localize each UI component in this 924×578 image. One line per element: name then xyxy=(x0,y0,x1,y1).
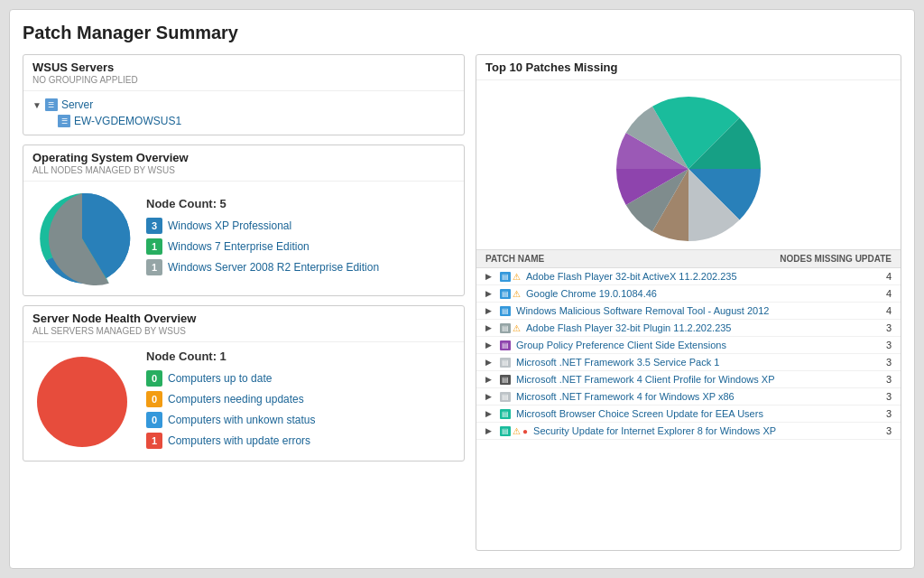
os-legend-label-2: Windows Server 2008 R2 Enterprise Editio… xyxy=(168,261,379,274)
health-badge-2: 0 xyxy=(146,412,162,428)
patch-type-icon-1: ▤ xyxy=(500,289,511,299)
right-column: Top 10 Patches Missing xyxy=(476,54,901,551)
os-legend-item-2[interactable]: 1 Windows Server 2008 R2 Enterprise Edit… xyxy=(146,259,455,275)
patch-icons-3: ▤⚠ xyxy=(500,323,521,333)
left-column: WSUS Servers NO GROUPING APPLIED ▼ ☰ Ser… xyxy=(23,54,465,551)
health-legend-item-1[interactable]: 0 Computers needing updates xyxy=(146,391,455,407)
health-header: Server Node Health Overview ALL SERVERS … xyxy=(23,306,464,342)
health-label-0: Computers up to date xyxy=(168,372,272,385)
health-title: Server Node Health Overview xyxy=(32,312,455,325)
patch-row-9[interactable]: ▶ ▤⚠● Security Update for Internet Explo… xyxy=(476,423,901,440)
health-subtitle: ALL SERVERS MANAGED BY WSUS xyxy=(32,326,455,336)
patches-panel: Top 10 Patches Missing xyxy=(476,54,901,551)
patch-icons-2: ▤ xyxy=(500,306,511,316)
patch-arrow-9: ▶ xyxy=(485,426,494,435)
patch-row-4[interactable]: ▶ ▤ Group Policy Preference Client Side … xyxy=(476,337,901,354)
patch-count-8: 3 xyxy=(873,408,892,419)
patch-name-6: Microsoft .NET Framework 4 Client Profil… xyxy=(516,374,868,385)
patch-row-3[interactable]: ▶ ▤⚠ Adobe Flash Player 32-bit Plugin 11… xyxy=(476,320,901,337)
os-legend-item-0[interactable]: 3 Windows XP Professional xyxy=(146,218,455,234)
os-node-count: Node Count: 5 xyxy=(146,197,455,210)
patch-count-6: 3 xyxy=(873,374,892,385)
health-badge-1: 0 xyxy=(146,391,162,407)
patches-title: Top 10 Patches Missing xyxy=(485,61,892,74)
wsus-header: WSUS Servers NO GROUPING APPLIED xyxy=(23,55,464,91)
health-label-3: Computers with update errors xyxy=(168,434,310,447)
patch-count-1: 4 xyxy=(873,288,892,299)
health-label-2: Computers with unkown status xyxy=(168,414,315,426)
patch-name-3: Adobe Flash Player 32-bit Plugin 11.2.20… xyxy=(526,322,868,333)
page-title: Patch Manager Summary xyxy=(23,23,901,43)
os-legend-items: 3 Windows XP Professional 1 Windows 7 En… xyxy=(146,218,455,275)
patch-arrow-3: ▶ xyxy=(485,323,494,332)
health-legend-items: 0 Computers up to date 0 Computers needi… xyxy=(146,370,455,449)
patch-count-3: 3 xyxy=(873,322,892,333)
health-legend-item-2[interactable]: 0 Computers with unkown status xyxy=(146,412,455,428)
health-node-count: Node Count: 1 xyxy=(146,350,455,363)
patch-icons-7: ▤ xyxy=(500,392,511,402)
patch-icons-8: ▤ xyxy=(500,409,511,419)
patch-count-5: 3 xyxy=(873,357,892,368)
os-title: Operating System Overview xyxy=(32,151,455,164)
patch-type-icon-4: ▤ xyxy=(500,340,511,350)
patch-type-icon-2: ▤ xyxy=(500,306,511,316)
patch-type-icon-5: ▤ xyxy=(500,358,511,368)
patch-type-icon-0: ▤ xyxy=(500,272,511,282)
health-panel: Server Node Health Overview ALL SERVERS … xyxy=(23,305,465,461)
os-subtitle: ALL NODES MANAGED BY WSUS xyxy=(32,165,455,175)
error-icon-9: ● xyxy=(522,426,528,436)
patch-arrow-7: ▶ xyxy=(485,392,494,401)
patch-name-7: Microsoft .NET Framework 4 for Windows X… xyxy=(516,391,868,402)
col-nodes-missing: NODES MISSING UPDATE xyxy=(780,254,892,264)
patch-count-9: 3 xyxy=(873,425,892,436)
col-patch-name: PATCH NAME xyxy=(485,254,544,264)
server-child-item: ☰ EW-VGDEMOWSUS1 xyxy=(58,113,455,129)
wsus-subtitle: NO GROUPING APPLIED xyxy=(32,75,455,85)
patch-type-icon-7: ▤ xyxy=(500,392,511,402)
patch-name-0: Adobe Flash Player 32-bit ActiveX 11.2.2… xyxy=(526,271,868,282)
warning-icon-0: ⚠ xyxy=(513,272,521,282)
health-badge-0: 0 xyxy=(146,370,162,387)
server-child-label: EW-VGDEMOWSUS1 xyxy=(74,115,181,127)
warning-icon-3: ⚠ xyxy=(513,323,521,333)
health-legend-item-0[interactable]: 0 Computers up to date xyxy=(146,370,455,387)
os-legend-label-1: Windows 7 Enterprise Edition xyxy=(168,240,310,253)
patch-row-2[interactable]: ▶ ▤ Windows Malicious Software Removal T… xyxy=(476,303,901,320)
patch-arrow-1: ▶ xyxy=(485,289,494,298)
patch-row-5[interactable]: ▶ ▤ Microsoft .NET Framework 3.5 Service… xyxy=(476,354,901,371)
patch-arrow-5: ▶ xyxy=(485,358,494,367)
wsus-panel: WSUS Servers NO GROUPING APPLIED ▼ ☰ Ser… xyxy=(23,54,465,135)
os-panel: Operating System Overview ALL NODES MANA… xyxy=(23,144,465,296)
patch-count-0: 4 xyxy=(873,271,892,282)
two-column-layout: WSUS Servers NO GROUPING APPLIED ▼ ☰ Ser… xyxy=(23,54,901,551)
patch-row-8[interactable]: ▶ ▤ Microsoft Browser Choice Screen Upda… xyxy=(476,406,901,423)
patch-icons-6: ▤ xyxy=(500,375,511,385)
patch-row-6[interactable]: ▶ ▤ Microsoft .NET Framework 4 Client Pr… xyxy=(476,371,901,388)
health-legend-item-3[interactable]: 1 Computers with update errors xyxy=(146,433,455,449)
server-child[interactable]: ☰ EW-VGDEMOWSUS1 xyxy=(58,113,455,129)
os-pie-chart xyxy=(32,189,132,288)
patch-type-icon-8: ▤ xyxy=(500,409,511,419)
patch-type-icon-9: ▤ xyxy=(500,426,511,436)
patch-name-1: Google Chrome 19.0.1084.46 xyxy=(526,288,868,299)
server-label: Server xyxy=(61,98,93,111)
patch-row-1[interactable]: ▶ ▤⚠ Google Chrome 19.0.1084.46 4 xyxy=(476,285,901,303)
patch-name-8: Microsoft Browser Choice Screen Update f… xyxy=(516,408,868,419)
patch-name-4: Group Policy Preference Client Side Exte… xyxy=(516,340,868,350)
patch-icons-5: ▤ xyxy=(500,358,511,368)
patch-arrow-8: ▶ xyxy=(485,409,494,418)
patch-count-2: 4 xyxy=(873,305,892,316)
patch-arrow-0: ▶ xyxy=(485,272,494,281)
health-badge-3: 1 xyxy=(146,433,162,449)
patch-row-7[interactable]: ▶ ▤ Microsoft .NET Framework 4 for Windo… xyxy=(476,388,901,406)
patch-row-0[interactable]: ▶ ▤⚠ Adobe Flash Player 32-bit ActiveX 1… xyxy=(476,268,901,285)
os-legend-item-1[interactable]: 1 Windows 7 Enterprise Edition xyxy=(146,238,455,255)
patch-icons-1: ▤⚠ xyxy=(500,289,521,299)
os-header: Operating System Overview ALL NODES MANA… xyxy=(23,145,464,182)
patch-arrow-2: ▶ xyxy=(485,306,494,315)
server-tree-parent[interactable]: ▼ ☰ Server xyxy=(32,97,455,113)
tree-arrow: ▼ xyxy=(32,100,42,110)
wsus-body: ▼ ☰ Server ☰ EW-VGDEMOWSUS1 xyxy=(23,91,464,135)
os-legend: Node Count: 5 3 Windows XP Professional … xyxy=(146,197,455,280)
svg-point-0 xyxy=(37,357,127,447)
